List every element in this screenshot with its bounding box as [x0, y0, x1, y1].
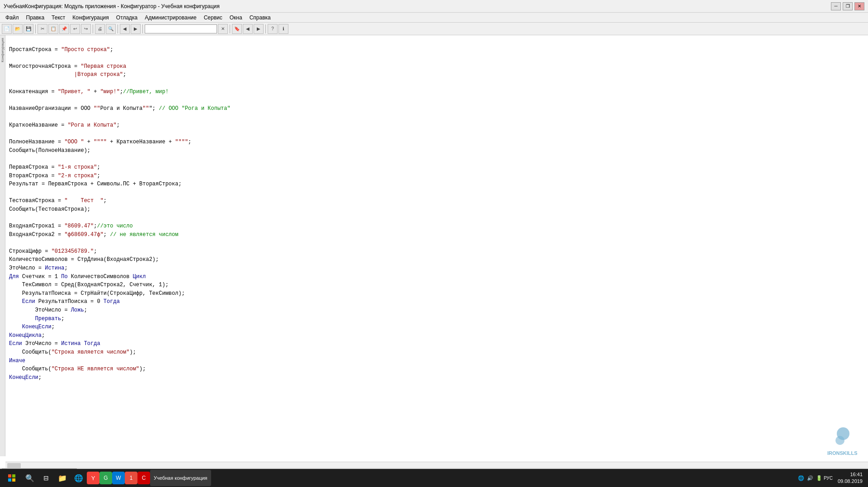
code-content: ПростаяСтрока = "Просто строка"; Многост…: [5, 35, 868, 48]
minimize-button[interactable]: ─: [831, 2, 841, 10]
sep3: [118, 24, 118, 33]
window-controls: ─ ❐ ✕: [831, 2, 864, 10]
save-button[interactable]: 💾: [24, 24, 33, 34]
bookmark-button[interactable]: 🔖: [232, 24, 242, 34]
sep4: [142, 24, 143, 33]
new-button[interactable]: 📄: [2, 24, 12, 34]
open-button[interactable]: 📂: [13, 24, 23, 34]
restore-button[interactable]: ❐: [843, 2, 853, 10]
bookmark-prev-button[interactable]: ◀: [243, 24, 253, 34]
preview-button[interactable]: 🔍: [106, 24, 116, 34]
toolbar1: 📄 📂 💾 ✂ 📋 📌 ↩ ↪ 🖨 🔍 ◀ ▶ ✕ 🔖 ◀ ▶ ? ℹ: [0, 23, 868, 35]
menu-bar: Файл Правка Текст Конфигурация Отладка А…: [0, 13, 868, 23]
help-button[interactable]: ?: [268, 24, 278, 34]
sep5: [230, 24, 230, 33]
search-clear-button[interactable]: ✕: [218, 24, 228, 34]
menu-debug[interactable]: Отладка: [113, 14, 141, 22]
close-button[interactable]: ✕: [854, 2, 864, 10]
menu-admin[interactable]: Администрирование: [141, 14, 200, 22]
menu-windows[interactable]: Окна: [226, 14, 246, 22]
sep1: [35, 24, 36, 33]
copy-button[interactable]: 📋: [48, 24, 58, 34]
menu-edit[interactable]: Правка: [23, 14, 48, 22]
paste-button[interactable]: 📌: [59, 24, 69, 34]
title-text: УчебнаяКонфигурация: Модуль приложения -…: [4, 3, 220, 9]
menu-service[interactable]: Сервис: [200, 14, 226, 22]
cut-button[interactable]: ✂: [38, 24, 47, 34]
sep2: [93, 24, 93, 33]
sidebar-tab-config[interactable]: Конфигурация: [0, 37, 5, 48]
undo-button[interactable]: ↩: [70, 24, 80, 34]
menu-config[interactable]: Конфигурация: [69, 14, 113, 22]
search-input[interactable]: [145, 24, 217, 33]
code-editor-area[interactable]: ПростаяСтрока = "Просто строка"; Многост…: [5, 35, 868, 48]
forward-button[interactable]: ▶: [131, 24, 141, 34]
info-button[interactable]: ℹ: [278, 24, 288, 34]
bookmark-next-button[interactable]: ▶: [254, 24, 264, 34]
print-button[interactable]: 🖨: [95, 24, 105, 34]
title-bar: УчебнаяКонфигурация: Модуль приложения -…: [0, 0, 868, 13]
sidebar-strip: Конфигурация: [0, 35, 5, 48]
menu-text[interactable]: Текст: [48, 14, 69, 22]
menu-help[interactable]: Справка: [246, 14, 274, 22]
back-button[interactable]: ◀: [120, 24, 130, 34]
menu-file[interactable]: Файл: [2, 14, 23, 22]
redo-button[interactable]: ↪: [81, 24, 91, 34]
sep6: [265, 24, 266, 33]
